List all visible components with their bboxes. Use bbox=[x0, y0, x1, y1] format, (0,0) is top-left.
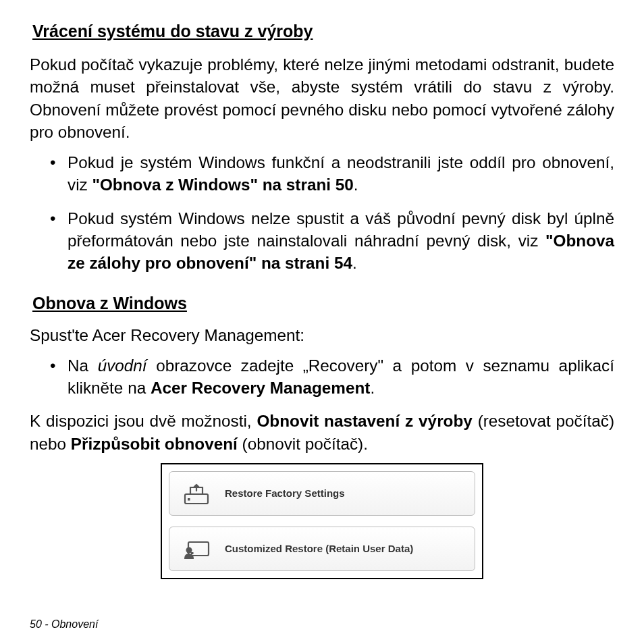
emphasis-text: úvodní bbox=[98, 356, 147, 375]
text: Pokud systém Windows nelze spustit a váš… bbox=[68, 209, 614, 250]
heading-factory-reset: Vrácení systému do stavu z výroby bbox=[32, 22, 614, 41]
factory-reset-icon bbox=[180, 482, 213, 505]
text: . bbox=[354, 176, 358, 194]
launch-steps-list: Na úvodní obrazovce zadejte „Recovery" a… bbox=[30, 354, 614, 400]
svg-rect-3 bbox=[191, 552, 194, 554]
options-paragraph: K dispozici jsou dvě možnosti, Obnovit n… bbox=[30, 410, 614, 455]
app-name-text: Acer Recovery Management bbox=[151, 379, 370, 397]
recovery-screenshot: Restore Factory Settings Customized Rest… bbox=[161, 463, 483, 579]
option-name-text: Obnovit nastavení z výroby bbox=[257, 412, 472, 430]
list-item-start-screen: Na úvodní obrazovce zadejte „Recovery" a… bbox=[50, 354, 614, 400]
customized-restore-button[interactable]: Customized Restore (Retain User Data) bbox=[169, 527, 475, 571]
text: . bbox=[352, 254, 357, 272]
button-label: Customized Restore (Retain User Data) bbox=[225, 543, 413, 554]
list-item-windows-not-working: Pokud systém Windows nelze spustit a váš… bbox=[50, 207, 614, 275]
launch-instruction: Spust'te Acer Recovery Management: bbox=[30, 324, 614, 346]
text: . bbox=[370, 379, 375, 397]
page-footer: 50 - Obnovení bbox=[30, 618, 98, 630]
conditions-list: Pokud je systém Windows funkční a neodst… bbox=[30, 151, 614, 274]
restore-factory-settings-button[interactable]: Restore Factory Settings bbox=[169, 471, 475, 516]
text: K dispozici jsou dvě možnosti, bbox=[30, 412, 257, 430]
reference-link-text: "Obnova z Windows" na strani 50 bbox=[92, 176, 353, 194]
intro-paragraph: Pokud počítač vykazuje problémy, které n… bbox=[30, 53, 614, 143]
button-label: Restore Factory Settings bbox=[225, 487, 345, 499]
user-data-restore-icon bbox=[180, 537, 213, 560]
text: (obnovit počítač). bbox=[238, 435, 368, 453]
option-name-text: Přizpůsobit obnovení bbox=[71, 435, 238, 453]
document-page: Vrácení systému do stavu z výroby Pokud … bbox=[0, 0, 644, 644]
text: Na bbox=[68, 356, 98, 375]
svg-rect-1 bbox=[188, 498, 190, 501]
list-item-windows-working: Pokud je systém Windows funkční a neodst… bbox=[50, 151, 614, 196]
heading-windows-recovery: Obnova z Windows bbox=[32, 294, 614, 313]
svg-point-4 bbox=[186, 547, 192, 553]
